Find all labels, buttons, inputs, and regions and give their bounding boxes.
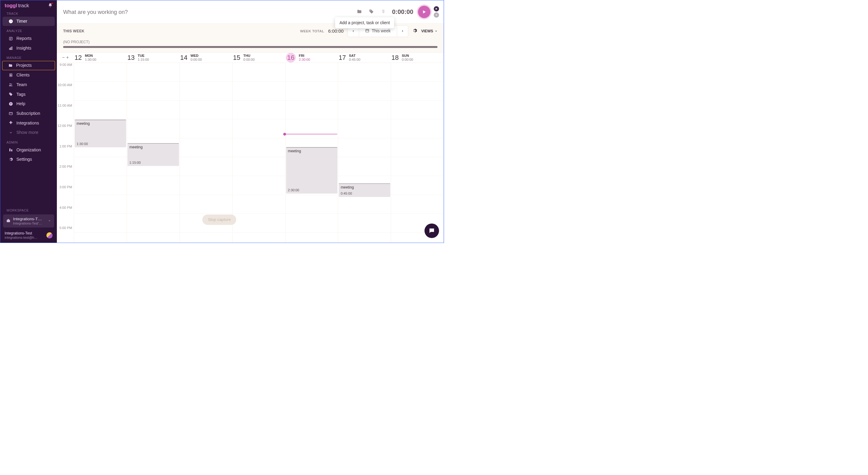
event-name: meeting (288, 149, 336, 153)
day-header[interactable]: 16FRI2:30:00 (285, 53, 338, 63)
sidebar-item-label: Organization (16, 147, 41, 152)
sidebar-item-label: Timer (16, 19, 27, 24)
day-header[interactable]: 18SUN0:00:00 (391, 53, 444, 63)
day-name: THU (244, 54, 255, 58)
day-header[interactable]: 13TUE1:15:00 (127, 53, 180, 63)
user-name: Integrations-Test (4, 231, 44, 235)
next-period-button[interactable] (397, 25, 408, 37)
sidebar-show-more[interactable]: Show more (2, 128, 55, 137)
sidebar-item-subscription[interactable]: Subscription (2, 109, 55, 118)
timer-duration[interactable]: 0:00:00 (392, 8, 413, 15)
intercom-launcher[interactable] (425, 224, 439, 238)
clients-icon (8, 72, 13, 77)
project-bar[interactable] (63, 46, 438, 48)
project-summary-row: (NO PROJECT) (57, 39, 444, 53)
svg-rect-6 (10, 47, 11, 49)
day-column[interactable]: meeting0:45:00 (338, 63, 391, 243)
day-duration: 1:15:00 (137, 58, 149, 62)
project-picker-icon[interactable] (353, 9, 365, 14)
sidebar-section-workspace: WORKSPACE (0, 208, 57, 213)
logo[interactable]: toggltrack (4, 2, 29, 8)
day-header[interactable]: 12MON1:30:00 (74, 53, 127, 63)
views-button[interactable]: VIEWS (421, 29, 438, 33)
tag-picker-icon[interactable] (365, 9, 377, 14)
hour-label: 4:00 PM (59, 205, 72, 224)
sidebar-item-insights[interactable]: Insights (2, 43, 55, 53)
hour-label: 1:00 PM (59, 144, 72, 163)
manual-mode-button[interactable] (434, 12, 439, 18)
timer-description-input[interactable] (63, 8, 353, 15)
day-number: 14 (180, 54, 187, 62)
day-column[interactable] (391, 63, 444, 243)
sidebar-item-label: Insights (16, 46, 31, 50)
sidebar-item-projects[interactable]: Projects (2, 61, 55, 70)
hour-label: 5:00 PM (59, 226, 72, 243)
workspace-switcher[interactable]: Integrations-T… Integrations-Test'… (3, 214, 54, 227)
sidebar-item-clients[interactable]: Clients (2, 70, 55, 80)
day-header[interactable]: 14WED0:00:00 (180, 53, 232, 63)
no-project-label: (NO PROJECT) (63, 40, 438, 44)
day-duration: 0:00:00 (190, 58, 202, 62)
day-number: 18 (391, 54, 399, 62)
calendar: − + 12MON1:30:0013TUE1:15:0014WED0:00:00… (57, 53, 444, 243)
date-range-label: This week (372, 29, 391, 34)
start-timer-button[interactable] (418, 6, 430, 18)
zoom-out-button[interactable]: − (62, 55, 64, 60)
day-name: SUN (402, 54, 413, 58)
day-duration: 0:00:00 (244, 58, 255, 62)
event-duration: 1:15:00 (129, 161, 177, 165)
timer-mode-button[interactable] (434, 6, 439, 11)
svg-rect-19 (7, 220, 10, 222)
day-name: TUE (137, 54, 149, 58)
calendar-event[interactable]: meeting1:15:00 (128, 143, 179, 166)
day-column[interactable]: meeting1:15:00 (127, 63, 180, 243)
user-menu[interactable]: Integrations-Test integrations-test@h… (0, 229, 57, 243)
calendar-event[interactable]: meeting2:30:00 (286, 147, 338, 193)
event-name: meeting (341, 185, 388, 189)
sidebar-item-settings[interactable]: Settings (2, 155, 55, 164)
day-duration: 1:30:00 (85, 58, 96, 62)
views-label: VIEWS (421, 29, 433, 33)
clock-icon (8, 19, 13, 24)
settings-button[interactable] (412, 28, 417, 34)
day-number: 17 (339, 54, 346, 62)
calendar-body: 9:00 AM10:00 AM11:00 AM12:00 PM1:00 PM2:… (57, 63, 444, 243)
avatar (46, 232, 52, 238)
svg-point-0 (9, 19, 13, 23)
event-name: meeting (129, 145, 177, 149)
day-number: 16 (286, 53, 296, 63)
stop-capture-button[interactable]: Stop capture (202, 214, 236, 225)
svg-text:?: ? (10, 102, 11, 105)
sidebar-item-reports[interactable]: Reports (2, 34, 55, 43)
day-name: WED (190, 54, 202, 58)
organization-icon (8, 147, 13, 152)
team-icon (8, 82, 13, 87)
calendar-event[interactable]: meeting1:30:00 (75, 120, 126, 147)
day-column[interactable]: meeting2:30:00 (285, 63, 338, 243)
sidebar-item-timer[interactable]: Timer (2, 16, 55, 26)
sidebar-item-team[interactable]: Team (2, 80, 55, 90)
zoom-in-button[interactable]: + (66, 55, 69, 60)
user-email: integrations-test@h… (4, 236, 44, 240)
hour-label: 12:00 PM (58, 124, 72, 143)
billable-icon[interactable] (377, 9, 389, 14)
day-header[interactable]: 17SAT0:45:00 (338, 53, 391, 63)
sidebar-item-help[interactable]: ? Help (2, 99, 55, 108)
sidebar-item-label: Reports (16, 36, 31, 41)
folder-icon (8, 63, 13, 68)
notifications-icon[interactable] (48, 3, 53, 8)
svg-point-9 (10, 74, 11, 75)
sidebar-item-integrations[interactable]: Integrations (2, 118, 55, 128)
calendar-event[interactable]: meeting0:45:00 (339, 183, 390, 197)
hour-label: 2:00 PM (59, 165, 72, 183)
calendar-header: − + 12MON1:30:0013TUE1:15:0014WED0:00:00… (57, 53, 444, 63)
day-number: 15 (233, 54, 240, 62)
day-header[interactable]: 15THU0:00:00 (232, 53, 285, 63)
sidebar-item-organization[interactable]: Organization (2, 145, 55, 155)
reports-icon (8, 36, 13, 41)
sidebar-section-analyze: ANALYZE (0, 29, 57, 34)
sidebar-item-tags[interactable]: Tags (2, 90, 55, 99)
day-column[interactable]: meeting1:30:00 (74, 63, 127, 243)
hour-label: 10:00 AM (58, 83, 72, 102)
day-column[interactable] (232, 63, 285, 243)
